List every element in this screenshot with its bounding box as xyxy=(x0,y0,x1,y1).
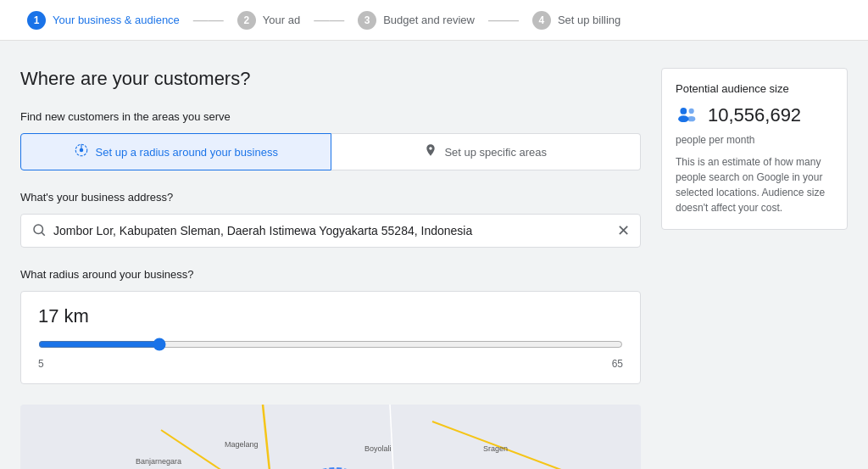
radius-icon xyxy=(74,142,89,161)
nav-step-1[interactable]: 1 Your business & audience xyxy=(17,0,190,41)
location-pin-icon xyxy=(424,143,437,160)
audience-people-icon xyxy=(676,103,699,127)
radius-slider[interactable] xyxy=(38,338,623,351)
audience-description: This is an estimate of how many people s… xyxy=(676,154,833,215)
map-container[interactable]: Banjarnegara Magelang Boyolali Sragen Ke… xyxy=(20,405,641,469)
clear-address-button[interactable]: ✕ xyxy=(617,221,630,240)
address-section: What's your business address? ✕ xyxy=(20,191,641,248)
address-input[interactable] xyxy=(53,224,610,237)
svg-point-33 xyxy=(678,115,688,122)
main-content: Where are your customers? Find new custo… xyxy=(0,41,868,469)
slider-labels: 5 65 xyxy=(38,358,623,370)
svg-line-4 xyxy=(42,232,44,235)
svg-text:Magelang: Magelang xyxy=(225,440,259,449)
svg-text:Sragen: Sragen xyxy=(483,444,508,453)
svg-text:Banjarnegara: Banjarnegara xyxy=(136,457,181,466)
nav-step-3[interactable]: 3 Budget and review xyxy=(348,0,485,41)
tab-radius-button[interactable]: Set up a radius around your business xyxy=(20,133,331,170)
right-panel: Potential audience size 10,556,692 peopl… xyxy=(661,68,848,469)
search-icon xyxy=(31,222,47,240)
location-tab-group: Set up a radius around your business Set… xyxy=(20,133,641,170)
slider-max-label: 65 xyxy=(612,358,623,370)
step-circle-1: 1 xyxy=(27,11,46,30)
tab-radius-label: Set up a radius around your business xyxy=(96,146,278,159)
audience-card: Potential audience size 10,556,692 peopl… xyxy=(661,68,848,230)
audience-number: 10,556,692 xyxy=(708,104,801,126)
nav-step-4[interactable]: 4 Set up billing xyxy=(522,0,631,41)
address-label: What's your business address? xyxy=(20,191,641,204)
step-label-1: Your business & audience xyxy=(53,14,180,26)
step-circle-2: 2 xyxy=(237,11,256,30)
svg-point-3 xyxy=(34,225,43,234)
svg-text:Boyolali: Boyolali xyxy=(364,444,392,453)
nav-divider-1: —— xyxy=(190,11,227,29)
audience-number-row: 10,556,692 xyxy=(676,103,833,127)
tab-specific-label: Set up specific areas xyxy=(444,146,547,159)
step-label-3: Budget and review xyxy=(383,14,475,26)
svg-point-35 xyxy=(687,116,695,121)
tab-specific-button[interactable]: Set up specific areas xyxy=(331,133,642,170)
nav-divider-2: —— xyxy=(310,11,348,29)
step-circle-4: 4 xyxy=(532,11,551,30)
page-title: Where are your customers? xyxy=(20,68,641,90)
step-label-4: Set up billing xyxy=(558,14,620,26)
nav-step-2[interactable]: 2 Your ad xyxy=(227,0,310,41)
step-label-2: Your ad xyxy=(263,14,300,26)
step-circle-3: 3 xyxy=(358,11,376,30)
find-label: Find new customers in the areas you serv… xyxy=(20,110,641,123)
left-panel: Where are your customers? Find new custo… xyxy=(20,68,641,469)
svg-point-32 xyxy=(680,108,687,114)
top-navigation: 1 Your business & audience —— 2 Your ad … xyxy=(0,0,868,41)
radius-section: What radius around your business? 17 km … xyxy=(20,268,641,384)
address-input-wrap: ✕ xyxy=(20,214,641,248)
slider-min-label: 5 xyxy=(38,358,44,370)
audience-unit: people per month xyxy=(676,134,833,146)
radius-value: 17 km xyxy=(38,305,623,327)
svg-point-34 xyxy=(689,109,694,114)
radius-label: What radius around your business? xyxy=(20,268,641,281)
nav-divider-3: —— xyxy=(485,11,522,29)
radius-box: 17 km 5 65 xyxy=(20,291,641,384)
audience-card-title: Potential audience size xyxy=(676,82,833,95)
